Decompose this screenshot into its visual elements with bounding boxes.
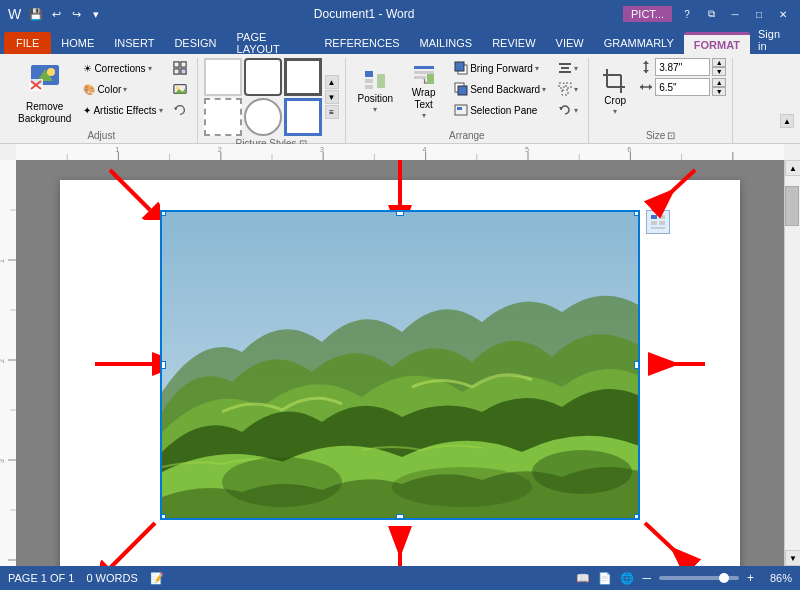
ruler-h-svg: 1 2 3 4 5 6 bbox=[16, 144, 784, 160]
align-dd: ▾ bbox=[574, 64, 578, 73]
zoom-slider[interactable] bbox=[659, 576, 739, 580]
ribbon-display-btn[interactable]: ⧉ bbox=[702, 5, 720, 23]
undo-qa-btn[interactable]: ↩ bbox=[47, 5, 65, 23]
svg-rect-15 bbox=[365, 79, 373, 83]
style-box-2[interactable] bbox=[244, 58, 282, 96]
tab-insert[interactable]: INSERT bbox=[104, 32, 164, 54]
size-dialog-launcher[interactable]: ⊡ bbox=[667, 130, 675, 141]
bring-forward-icon bbox=[454, 61, 468, 75]
ribbon-scroll-btn[interactable]: ▲ bbox=[780, 114, 794, 128]
arrow-tr-svg bbox=[640, 160, 705, 220]
width-up-btn[interactable]: ▲ bbox=[712, 78, 726, 87]
svg-rect-16 bbox=[365, 85, 373, 89]
tab-design[interactable]: DESIGN bbox=[164, 32, 226, 54]
crop-dd: ▾ bbox=[613, 107, 617, 117]
wrap-text-btn[interactable]: Wrap Text ▾ bbox=[401, 58, 446, 126]
send-backward-icon bbox=[454, 82, 468, 96]
bring-forward-btn[interactable]: Bring Forward ▾ bbox=[450, 58, 550, 78]
position-dd-icon: ▾ bbox=[373, 105, 377, 115]
arrow-top-right bbox=[640, 160, 705, 222]
align-btn[interactable]: ▾ bbox=[554, 58, 582, 78]
proofing-icon[interactable]: 📝 bbox=[150, 572, 164, 585]
zoom-thumb[interactable] bbox=[719, 573, 729, 583]
minimize-btn[interactable]: ─ bbox=[726, 5, 744, 23]
svg-rect-21 bbox=[427, 74, 434, 84]
tab-grammarly[interactable]: GRAMMARLY bbox=[594, 32, 684, 54]
web-layout-btn[interactable]: 🌐 bbox=[620, 572, 634, 585]
width-input[interactable] bbox=[655, 78, 710, 96]
svg-marker-42 bbox=[643, 70, 649, 73]
compress-pictures-btn[interactable] bbox=[169, 58, 191, 78]
change-picture-btn[interactable] bbox=[169, 79, 191, 99]
close-btn[interactable]: ✕ bbox=[774, 5, 792, 23]
width-row: ▲ ▼ bbox=[639, 78, 726, 96]
reset-picture-btn[interactable] bbox=[169, 100, 191, 120]
svg-marker-41 bbox=[643, 61, 649, 64]
styles-bottom-row bbox=[204, 98, 322, 136]
save-qa-btn[interactable]: 💾 bbox=[27, 5, 45, 23]
height-input[interactable] bbox=[655, 58, 710, 76]
selection-pane-btn[interactable]: Selection Pane bbox=[450, 100, 550, 120]
gallery-more-btn[interactable]: ≡ bbox=[325, 105, 339, 119]
handle-top-left[interactable] bbox=[160, 210, 166, 216]
height-down-btn[interactable]: ▼ bbox=[712, 67, 726, 76]
corrections-btn[interactable]: ☀ Corrections ▾ bbox=[79, 58, 166, 78]
rotate-btn[interactable]: ▾ bbox=[554, 100, 582, 120]
sign-in-btn[interactable]: Sign in bbox=[750, 26, 796, 54]
tab-review[interactable]: REVIEW bbox=[482, 32, 545, 54]
crop-label: Crop bbox=[604, 95, 626, 107]
zoom-out-btn[interactable]: ─ bbox=[642, 571, 651, 585]
handle-middle-left[interactable] bbox=[160, 361, 166, 369]
qa-dropdown-btn[interactable]: ▾ bbox=[87, 5, 105, 23]
height-up-btn[interactable]: ▲ bbox=[712, 58, 726, 67]
tab-format[interactable]: FORMAT bbox=[684, 32, 750, 54]
style-box-4[interactable] bbox=[204, 98, 242, 136]
svg-rect-17 bbox=[377, 74, 385, 88]
scroll-up-btn[interactable]: ▲ bbox=[785, 160, 800, 176]
tab-home[interactable]: HOME bbox=[51, 32, 104, 54]
artistic-effects-btn[interactable]: ✦ Artistic Effects ▾ bbox=[79, 100, 166, 120]
tab-mailings[interactable]: MAILINGS bbox=[410, 32, 483, 54]
gallery-down-btn[interactable]: ▼ bbox=[325, 90, 339, 104]
tab-view[interactable]: VIEW bbox=[546, 32, 594, 54]
svg-rect-8 bbox=[173, 69, 178, 74]
position-icon bbox=[363, 69, 387, 93]
tab-references[interactable]: REFERENCES bbox=[314, 32, 409, 54]
tab-file[interactable]: FILE bbox=[4, 32, 51, 54]
ribbon-scroll: ▲ bbox=[780, 58, 794, 143]
pict-tab-btn[interactable]: PICT... bbox=[623, 6, 672, 22]
rotate-icon bbox=[558, 103, 572, 117]
crop-btn[interactable]: Crop ▾ bbox=[595, 58, 635, 126]
send-backward-btn[interactable]: Send Backward ▾ bbox=[450, 79, 550, 99]
zoom-in-btn[interactable]: + bbox=[747, 571, 754, 585]
print-layout-btn[interactable]: 📄 bbox=[598, 572, 612, 585]
style-box-3[interactable] bbox=[284, 58, 322, 96]
zoom-level[interactable]: 86% bbox=[762, 572, 792, 584]
ribbon: RemoveBackground ☀ Corrections ▾ 🎨 Color… bbox=[0, 54, 800, 144]
color-btn[interactable]: 🎨 Color ▾ bbox=[79, 79, 166, 99]
redo-qa-btn[interactable]: ↪ bbox=[67, 5, 85, 23]
tab-page-layout[interactable]: PAGE LAYOUT bbox=[227, 32, 315, 54]
wrap-text-icon bbox=[412, 63, 436, 87]
help-btn[interactable]: ? bbox=[678, 5, 696, 23]
style-box-1[interactable] bbox=[204, 58, 242, 96]
scroll-down-btn[interactable]: ▼ bbox=[785, 550, 800, 566]
remove-background-btn[interactable]: RemoveBackground bbox=[12, 58, 77, 126]
width-icon bbox=[639, 80, 653, 94]
arrange-large-btns: Position ▾ Wrap Text ▾ bbox=[352, 58, 447, 126]
arrow-tc-svg bbox=[380, 160, 420, 210]
align-icon bbox=[558, 61, 572, 75]
read-mode-btn[interactable]: 📖 bbox=[576, 572, 590, 585]
style-box-5[interactable] bbox=[244, 98, 282, 136]
word-icon: W bbox=[8, 6, 21, 22]
width-down-btn[interactable]: ▼ bbox=[712, 87, 726, 96]
arrow-bc-svg bbox=[380, 518, 420, 566]
maximize-btn[interactable]: □ bbox=[750, 5, 768, 23]
position-btn[interactable]: Position ▾ bbox=[352, 58, 400, 126]
group-btn[interactable]: ▾ bbox=[554, 79, 582, 99]
scroll-thumb[interactable] bbox=[785, 186, 799, 226]
style-box-6[interactable] bbox=[284, 98, 322, 136]
selected-image[interactable] bbox=[160, 210, 640, 520]
gallery-up-btn[interactable]: ▲ bbox=[325, 75, 339, 89]
svg-rect-6 bbox=[173, 62, 178, 67]
